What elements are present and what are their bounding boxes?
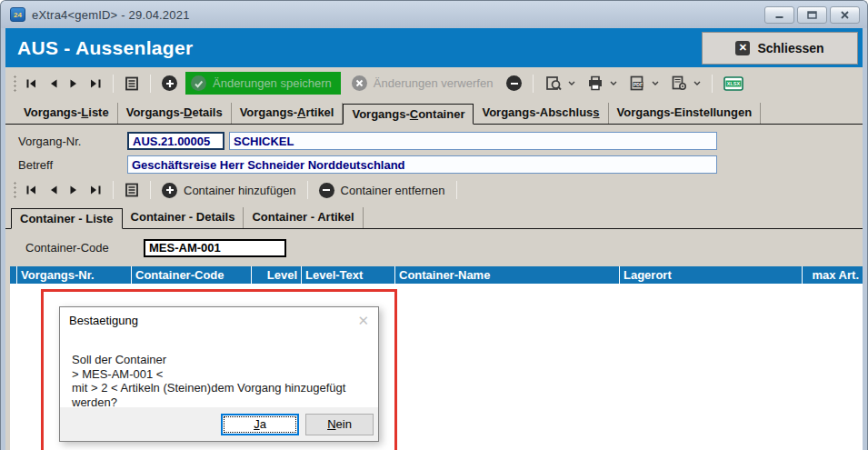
minus-circle-icon xyxy=(319,183,334,198)
betreff-label: Betreff xyxy=(5,158,127,172)
column-header-level-text[interactable]: Level-Text xyxy=(302,266,395,284)
column-header-container-code[interactable]: Container-Code xyxy=(132,266,252,284)
column-header-container-name[interactable]: Container-Name xyxy=(395,266,620,284)
process-form: Vorgang-Nr. Betreff xyxy=(5,125,863,176)
column-header-vorgangs-nr[interactable]: Vorgangs-Nr. xyxy=(17,266,132,284)
container-add-button[interactable]: Container hinzufügen xyxy=(159,181,299,200)
discard-changes-button[interactable]: Änderungen verwerfen xyxy=(346,72,499,95)
view-title: AUS - Aussenlager xyxy=(17,37,193,59)
container-remove-button[interactable]: Container entfernen xyxy=(316,181,448,200)
vorgang-nr-input[interactable] xyxy=(127,132,224,150)
betreff-input[interactable] xyxy=(127,155,717,174)
maximize-button[interactable] xyxy=(797,6,827,24)
chevron-down-icon xyxy=(652,81,659,85)
schliessen-button[interactable]: ✕ Schliessen xyxy=(702,32,858,65)
nav-prev-icon xyxy=(48,185,58,195)
close-x-icon: ✕ xyxy=(735,41,750,55)
close-icon xyxy=(840,11,850,19)
toolbar-separator xyxy=(533,75,534,93)
toolbar-separator xyxy=(712,75,713,93)
maximize-icon xyxy=(807,11,817,19)
preview-dropdown-toggle[interactable] xyxy=(568,81,575,85)
toolbar-separator xyxy=(150,181,151,199)
print-dropdown-toggle[interactable] xyxy=(610,81,617,85)
tab-vorgangs-container[interactable]: Vorgangs-Container xyxy=(343,104,474,125)
container-nav-prev-button[interactable] xyxy=(45,183,61,197)
plus-circle-icon xyxy=(162,183,177,198)
container-nav-first-button[interactable] xyxy=(23,183,40,197)
container-tabstrip: Container - Liste Container - Details Co… xyxy=(5,204,863,229)
dialog-close-icon[interactable]: ✕ xyxy=(357,314,369,327)
column-header-lagerort[interactable]: Lagerort xyxy=(620,266,803,284)
column-header-level[interactable]: Level xyxy=(252,266,302,284)
close-button[interactable] xyxy=(830,6,860,24)
tab-container-artikel[interactable]: Container - Artikel xyxy=(244,207,363,228)
xlsx-export-button[interactable]: XLSX xyxy=(721,75,746,93)
container-add-label: Container hinzufügen xyxy=(184,184,296,197)
dialog-no-button[interactable]: Nein xyxy=(305,414,374,435)
tab-vorgangs-abschluss[interactable]: Vorgangs-Abschluss xyxy=(474,103,608,124)
main-toolbar: Änderungen speichern Änderungen verwerfe… xyxy=(5,67,863,99)
tab-vorgangs-liste[interactable]: Vorgangs-Liste xyxy=(15,103,118,124)
container-remove-label: Container entfernen xyxy=(341,184,445,197)
nav-prev-button[interactable] xyxy=(45,76,61,91)
chevron-down-icon xyxy=(693,81,701,85)
print-preview-button[interactable] xyxy=(543,74,564,93)
toolbar-separator xyxy=(307,181,308,199)
process-tabstrip: Vorgangs-Liste Vorgangs-Details Vorgangs… xyxy=(5,99,863,125)
container-list-view-button[interactable] xyxy=(122,181,142,199)
dialog-title: Bestaetigung xyxy=(69,314,138,327)
nav-first-button[interactable] xyxy=(23,76,40,91)
add-record-button[interactable] xyxy=(159,74,180,93)
toolbar-separator xyxy=(456,181,457,199)
dialog-yes-button[interactable]: Ja xyxy=(221,414,299,435)
row-selector-header xyxy=(10,266,17,284)
container-toolbar: Container hinzufügen Container entfernen xyxy=(5,176,863,204)
container-code-row: Container-Code xyxy=(5,229,863,266)
pdf-export-button[interactable]: PDF xyxy=(626,74,648,93)
list-view-button[interactable] xyxy=(122,75,142,93)
discard-changes-label: Änderungen verwerfen xyxy=(374,76,494,90)
print-icon xyxy=(587,75,604,91)
report-dropdown-toggle[interactable] xyxy=(693,81,701,85)
minus-circle-icon xyxy=(506,75,522,91)
column-header-max-art[interactable]: max Art. xyxy=(803,266,863,284)
report-settings-button[interactable] xyxy=(668,74,690,93)
dialog-titlebar: Bestaetigung ✕ xyxy=(60,307,378,333)
nav-next-icon xyxy=(69,185,79,195)
list-icon xyxy=(125,76,139,91)
tab-vorgangs-einstellungen[interactable]: Vorgangs-Einstellungen xyxy=(609,103,762,124)
nav-last-icon xyxy=(90,185,102,195)
vorgang-nr-label: Vorgang-Nr. xyxy=(5,135,127,148)
pdf-icon: PDF xyxy=(629,75,645,91)
remove-record-button[interactable] xyxy=(504,74,524,93)
dialog-footer: Ja Nein xyxy=(60,407,378,441)
save-changes-label: Änderungen speichern xyxy=(213,76,332,90)
tab-container-liste[interactable]: Container - Liste xyxy=(11,208,123,229)
nav-last-button[interactable] xyxy=(87,76,105,91)
tab-vorgangs-artikel[interactable]: Vorgangs-Artikel xyxy=(232,103,344,124)
confirmation-dialog: Bestaetigung ✕ Soll der Container > MES-… xyxy=(59,306,379,442)
save-changes-button[interactable]: Änderungen speichern xyxy=(185,72,341,95)
minimize-button[interactable] xyxy=(764,6,794,24)
container-nav-next-button[interactable] xyxy=(66,183,82,197)
toolbar-grip[interactable] xyxy=(13,75,17,93)
tab-vorgangs-details[interactable]: Vorgangs-Details xyxy=(118,103,232,124)
chevron-down-icon xyxy=(568,81,575,85)
nav-next-button[interactable] xyxy=(66,76,82,91)
toolbar-grip[interactable] xyxy=(13,181,17,199)
chevron-down-icon xyxy=(610,81,617,85)
print-button[interactable] xyxy=(584,74,606,93)
pdf-dropdown-toggle[interactable] xyxy=(652,81,659,85)
nav-prev-icon xyxy=(48,78,58,89)
schliessen-label: Schliessen xyxy=(757,41,823,55)
nav-first-icon xyxy=(25,185,37,195)
app-window: 24 eXtra4<gemID> - 29.04.2021 AUS - Auss… xyxy=(0,0,868,450)
dialog-message-line2: > MES-AM-001 < xyxy=(72,367,367,382)
container-code-input[interactable] xyxy=(144,239,286,257)
tab-container-details[interactable]: Container - Details xyxy=(123,207,244,228)
container-nav-last-button[interactable] xyxy=(87,183,105,197)
xlsx-icon: XLSX xyxy=(723,76,743,91)
svg-text:XLSX: XLSX xyxy=(727,81,741,86)
vorgang-name-input[interactable] xyxy=(229,132,717,150)
